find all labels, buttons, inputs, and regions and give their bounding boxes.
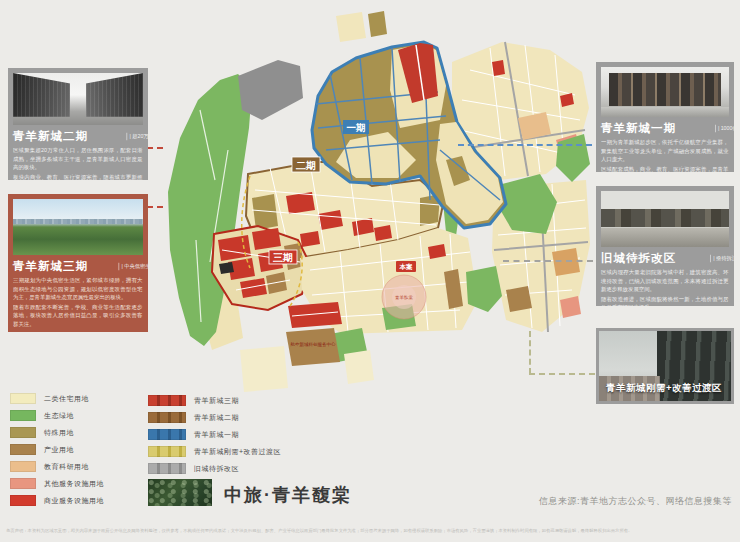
- transition-photo: 青羊新城刚需+改善过渡区: [599, 331, 731, 401]
- panel-title: 青羊新城一期: [601, 121, 676, 136]
- panel-badge: | 中央低密生活区: [119, 263, 148, 271]
- panel-body: 区域聚集超20万常住人口，居住氛围浓厚，配套日渐成熟，坐拥多条城市主干道，是青羊…: [13, 147, 142, 180]
- panel-phase2-info: 青羊新城二期 | 超20万人高密聚居区 区域聚集超20万常住人口，居住氛围浓厚，…: [8, 68, 148, 180]
- connector-transition-h: [529, 373, 595, 375]
- panel-badge: | 1000亿航空产业集群: [715, 125, 734, 133]
- photo-caption: 青羊新城刚需+改善过渡区: [606, 382, 722, 395]
- panel-body: 三期规划为中央低密生活区，紧邻城市绿肺，拥有大面积生态绿地与公园资源，规划以低密…: [13, 277, 142, 328]
- svg-text:本案: 本案: [399, 263, 414, 271]
- oldtown-photo: [601, 191, 729, 247]
- legend-swatch: [10, 461, 36, 472]
- panel-title: 旧城待拆改区: [601, 251, 676, 266]
- brand-logo-image: [148, 479, 212, 506]
- legend-row: 产业用地: [10, 444, 104, 455]
- legend-swatch: [148, 446, 186, 457]
- source-note: 信息来源:青羊地方志公众号、网络信息搜集等: [539, 495, 732, 508]
- legend-row: 二类住宅用地: [10, 393, 104, 404]
- legend-swatch: [148, 412, 186, 423]
- legend-land-use: 二类住宅用地 生态绿地 特殊用地 产业用地 教育科研用地 其他服务设施用地 商业…: [10, 393, 104, 512]
- map-green-patch: [466, 266, 502, 312]
- panel-badge: | 亟待拆迁的城中村: [710, 255, 734, 263]
- panel-body: 一期为青羊新城起步区，依托千亿级航空产业集群，聚集航空工业等龙头单位，产城融合发…: [601, 139, 728, 172]
- svg-text:三期: 三期: [273, 252, 293, 263]
- map-parcel: [336, 12, 366, 42]
- map-green-patch: [556, 134, 590, 182]
- fine-print: 免责声明：本资料为区域示意图，相关内容来源于政府公开信息及网络资料整理，仅供参考…: [6, 528, 726, 534]
- legend-swatch: [10, 410, 36, 421]
- legend-row: 其他服务设施用地: [10, 478, 104, 489]
- connector-phase3: [147, 206, 163, 208]
- legend-row: 青羊新城刚需+改善过渡区: [148, 446, 281, 457]
- legend-swatch: [148, 429, 186, 440]
- legend-row: 生态绿地: [10, 410, 104, 421]
- legend-row: 青羊新城一期: [148, 429, 281, 440]
- connector-transition-v: [529, 331, 531, 374]
- legend-swatch: [10, 495, 36, 506]
- panel-oldtown-info: 旧城待拆改区 | 亟待拆迁的城中村 区域内现存大量老旧院落与城中村，建筑密度高、…: [596, 186, 734, 306]
- svg-text:二期: 二期: [296, 160, 316, 171]
- connector-oldtown: [503, 260, 593, 262]
- panel-title: 青羊新城三期: [13, 259, 88, 274]
- legend-row: 旧城待拆改区: [148, 463, 281, 474]
- panel-title: 青羊新城二期: [13, 129, 88, 144]
- panel-transition-info: 青羊新城刚需+改善过渡区: [596, 328, 734, 404]
- legend-row: 青羊新城三期: [148, 395, 281, 406]
- legend-row: 特殊用地: [10, 427, 104, 438]
- legend-row: 教育科研用地: [10, 461, 104, 472]
- legend-row: 青羊新城二期: [148, 412, 281, 423]
- phase1-photo: [601, 67, 729, 117]
- svg-text:一期: 一期: [347, 122, 366, 133]
- legend-swatch: [148, 395, 186, 406]
- map-parcel: [368, 11, 387, 37]
- legend-zones: 青羊新城三期 青羊新城二期 青羊新城一期 青羊新城刚需+改善过渡区 旧城待拆改区: [148, 395, 281, 480]
- panel-phase3-info: 青羊新城三期 | 中央低密生活区 三期规划为中央低密生活区，紧邻城市绿肺，拥有大…: [8, 194, 148, 332]
- legend-swatch: [10, 444, 36, 455]
- infographic-root: 航空新城科创服务中心 青羊馥棠 本案: [0, 0, 740, 542]
- connector-phase2: [147, 147, 163, 149]
- phase3-photo: [13, 199, 143, 255]
- svg-text:青羊馥棠: 青羊馥棠: [395, 295, 414, 300]
- phase2-photo: [13, 73, 143, 125]
- legend-swatch: [148, 463, 186, 474]
- panel-body: 区域内现存大量老旧院落与城中村，建筑密度高、环境待改善，已纳入旧城改造范围，未来…: [601, 269, 728, 306]
- legend-swatch: [10, 478, 36, 489]
- legend-row: 商业服务设施用地: [10, 495, 104, 506]
- legend-swatch: [10, 427, 36, 438]
- svg-text:航空新城科创服务中心: 航空新城科创服务中心: [291, 341, 337, 347]
- panel-phase1-info: 青羊新城一期 | 1000亿航空产业集群 一期为青羊新城起步区，依托千亿级航空产…: [596, 62, 734, 172]
- legend-swatch: [10, 393, 36, 404]
- panel-badge: | 超20万人高密聚居区: [127, 133, 148, 141]
- map-gray-parcel: [238, 60, 303, 120]
- brand-name: 中旅·青羊馥棠: [224, 483, 352, 507]
- connector-phase1: [458, 144, 592, 146]
